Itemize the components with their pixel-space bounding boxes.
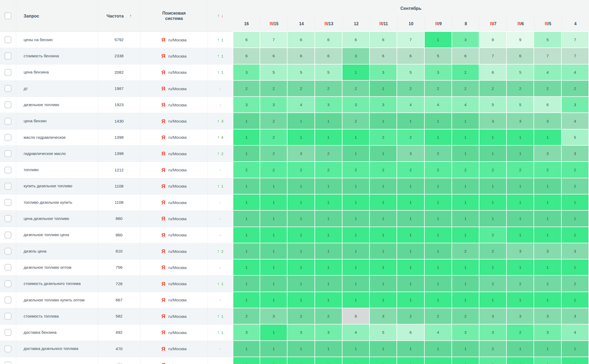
- position-cell[interactable]: 2: [562, 276, 589, 292]
- position-cell[interactable]: 5: [507, 97, 534, 113]
- row-checkbox[interactable]: [5, 280, 11, 287]
- position-cell[interactable]: 8: [479, 32, 507, 48]
- position-cell[interactable]: 1: [287, 129, 315, 146]
- position-cell[interactable]: 1: [425, 227, 452, 243]
- position-cell[interactable]: 4: [562, 113, 589, 129]
- position-cell[interactable]: 8: [342, 308, 370, 324]
- position-cell[interactable]: 2: [370, 129, 397, 146]
- position-cell[interactable]: 1: [452, 146, 479, 162]
- position-cell[interactable]: 2: [534, 81, 561, 97]
- position-cell[interactable]: 1: [397, 113, 424, 129]
- position-cell[interactable]: 1: [507, 227, 534, 243]
- position-cell[interactable]: 1: [233, 292, 260, 308]
- position-cell[interactable]: 1: [233, 146, 260, 162]
- position-cell[interactable]: 1: [233, 357, 260, 364]
- position-cell[interactable]: 1: [315, 211, 342, 227]
- position-cell[interactable]: 1: [370, 178, 397, 194]
- position-cell[interactable]: 6: [397, 324, 424, 341]
- position-cell[interactable]: 4: [562, 64, 589, 81]
- position-cell[interactable]: 2: [562, 81, 589, 97]
- position-cell[interactable]: 3: [342, 48, 370, 64]
- position-cell[interactable]: 1: [342, 243, 370, 259]
- position-cell[interactable]: 1: [452, 227, 479, 243]
- position-cell[interactable]: 3: [534, 324, 561, 341]
- position-cell[interactable]: 7: [562, 32, 589, 48]
- position-cell[interactable]: 1: [534, 259, 561, 276]
- position-cell[interactable]: 1: [479, 292, 507, 308]
- position-cell[interactable]: 2: [562, 178, 589, 194]
- position-cell[interactable]: 4: [287, 97, 315, 113]
- position-cell[interactable]: 1: [479, 146, 507, 162]
- position-cell[interactable]: 1: [397, 259, 424, 276]
- position-cell[interactable]: 1: [342, 357, 370, 364]
- row-checkbox[interactable]: [5, 248, 11, 255]
- position-cell[interactable]: 1: [287, 243, 315, 259]
- position-cell[interactable]: 1: [507, 292, 534, 308]
- query-cell[interactable]: дизельное топливо: [16, 97, 98, 113]
- position-cell[interactable]: 1: [425, 113, 452, 129]
- position-cell[interactable]: 6: [233, 32, 260, 48]
- position-cell[interactable]: 1: [507, 357, 534, 364]
- query-cell[interactable]: масло гидравлическое: [16, 129, 98, 146]
- position-cell[interactable]: 1: [315, 113, 342, 129]
- position-cell[interactable]: 1: [534, 129, 561, 146]
- position-cell[interactable]: 1: [562, 211, 589, 227]
- position-cell[interactable]: 1: [425, 129, 452, 146]
- position-cell[interactable]: 1: [425, 178, 452, 194]
- position-cell[interactable]: 1: [233, 211, 260, 227]
- position-cell[interactable]: 2: [452, 64, 479, 81]
- position-cell[interactable]: 1: [425, 276, 452, 292]
- position-cell[interactable]: 2: [479, 341, 507, 357]
- position-cell[interactable]: 3: [233, 64, 260, 81]
- position-cell[interactable]: 1: [507, 341, 534, 357]
- position-cell[interactable]: 1: [397, 194, 424, 211]
- position-cell[interactable]: 2: [233, 162, 260, 178]
- position-cell[interactable]: 9: [507, 32, 534, 48]
- position-cell[interactable]: 1: [562, 292, 589, 308]
- position-cell[interactable]: 2: [479, 276, 507, 292]
- position-cell[interactable]: 3: [479, 308, 507, 324]
- query-cell[interactable]: стоимость топлива: [16, 308, 98, 324]
- position-cell[interactable]: 4: [425, 324, 452, 341]
- position-cell[interactable]: 2: [507, 276, 534, 292]
- position-cell[interactable]: 1: [233, 341, 260, 357]
- query-cell[interactable]: топливо: [16, 162, 98, 178]
- date-column-header[interactable]: Я/15: [260, 16, 287, 31]
- position-cell[interactable]: 1: [562, 341, 589, 357]
- position-cell[interactable]: 5: [260, 64, 287, 81]
- position-cell[interactable]: 1: [342, 146, 370, 162]
- position-cell[interactable]: 1: [342, 64, 370, 81]
- position-cell[interactable]: 2: [507, 81, 534, 97]
- position-cell[interactable]: 1: [507, 146, 534, 162]
- position-cell[interactable]: 1: [452, 276, 479, 292]
- position-cell[interactable]: 1: [342, 292, 370, 308]
- position-cell[interactable]: 1: [233, 129, 260, 146]
- position-cell[interactable]: 1: [287, 194, 315, 211]
- position-cell[interactable]: 1: [315, 357, 342, 364]
- query-cell[interactable]: топливо дизельное купить: [16, 194, 98, 211]
- position-cell[interactable]: 1: [233, 243, 260, 259]
- query-cell[interactable]: гидравлическое масло: [16, 146, 98, 162]
- position-cell[interactable]: 2: [287, 81, 315, 97]
- position-cell[interactable]: 1: [452, 292, 479, 308]
- position-cell[interactable]: 1: [287, 292, 315, 308]
- position-cell[interactable]: 1: [342, 194, 370, 211]
- position-cell[interactable]: 1: [534, 178, 561, 194]
- position-cell[interactable]: 2: [260, 129, 287, 146]
- position-cell[interactable]: 7: [534, 48, 561, 64]
- position-cell[interactable]: 5: [479, 97, 507, 113]
- position-cell[interactable]: 3: [370, 308, 397, 324]
- row-checkbox[interactable]: [5, 53, 11, 59]
- row-checkbox[interactable]: [5, 118, 11, 125]
- position-cell[interactable]: 1: [315, 276, 342, 292]
- position-cell[interactable]: 2: [397, 162, 424, 178]
- position-cell[interactable]: 6: [287, 48, 315, 64]
- position-cell[interactable]: 1: [342, 227, 370, 243]
- position-cell[interactable]: 1: [452, 194, 479, 211]
- position-cell[interactable]: 2: [452, 81, 479, 97]
- position-cell[interactable]: 2: [507, 324, 534, 341]
- position-cell[interactable]: 6: [315, 32, 342, 48]
- position-cell[interactable]: 1: [287, 227, 315, 243]
- position-cell[interactable]: 6: [233, 48, 260, 64]
- position-cell[interactable]: 3: [534, 146, 561, 162]
